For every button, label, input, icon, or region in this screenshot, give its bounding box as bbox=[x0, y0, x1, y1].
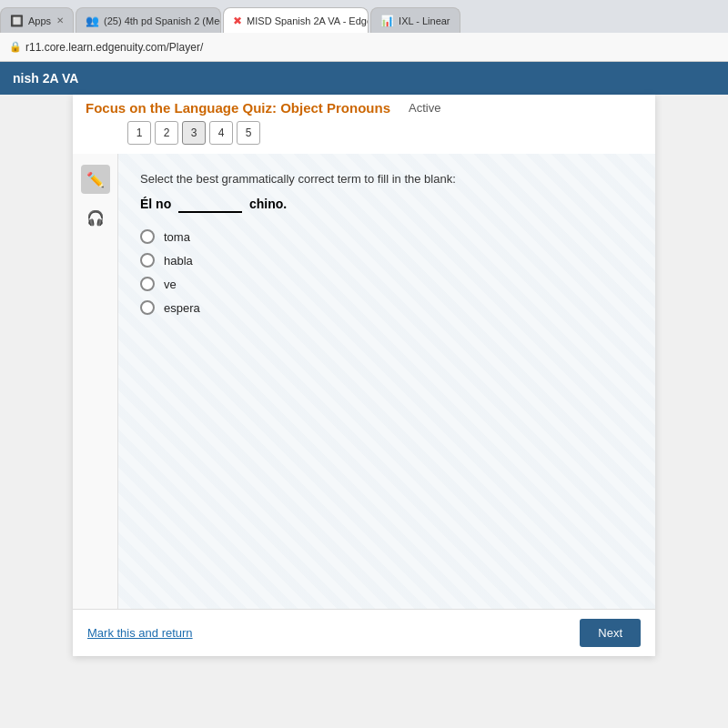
quiz-status: Active bbox=[409, 101, 440, 115]
question-num-4[interactable]: 4 bbox=[209, 121, 233, 145]
option-label-espera: espera bbox=[164, 301, 200, 315]
lock-icon: 🔒 bbox=[9, 41, 22, 53]
sentence-end: chino. bbox=[249, 197, 287, 211]
quiz-content: Select the best grammatically correct te… bbox=[118, 154, 655, 609]
tab-edgenuity-label: MISD Spanish 2A VA - Edgenuit bbox=[247, 15, 369, 26]
tab-apps[interactable]: 🔲 Apps ✕ bbox=[0, 7, 74, 33]
option-label-habla: habla bbox=[164, 254, 193, 268]
radio-toma[interactable] bbox=[140, 229, 155, 244]
tab-ixl[interactable]: 📊 IXL - Linear bbox=[370, 7, 460, 33]
title-status-row: Focus on the Language Quiz: Object Prono… bbox=[86, 100, 642, 116]
option-item-espera[interactable]: espera bbox=[140, 300, 633, 315]
tab-edgenuity[interactable]: ✖ MISD Spanish 2A VA - Edgenuit ✕ bbox=[223, 7, 369, 33]
question-numbers-row: 1 2 3 4 5 bbox=[73, 116, 655, 154]
app-title: nish 2A VA bbox=[13, 71, 78, 86]
options-list: toma habla ve espera bbox=[140, 229, 633, 315]
address-bar: 🔒 r11.core.learn.edgenuity.com/Player/ bbox=[0, 33, 728, 62]
quiz-title: Focus on the Language Quiz: Object Prono… bbox=[86, 100, 390, 116]
radio-espera[interactable] bbox=[140, 300, 155, 315]
radio-habla[interactable] bbox=[140, 253, 155, 268]
app-header: nish 2A VA bbox=[0, 62, 728, 95]
question-num-2[interactable]: 2 bbox=[155, 121, 178, 145]
quiz-footer: Mark this and return Next bbox=[73, 609, 655, 656]
question-num-1[interactable]: 1 bbox=[127, 121, 151, 145]
blank-underline bbox=[178, 197, 242, 213]
radio-ve[interactable] bbox=[140, 277, 155, 291]
tab-ixl-label: IXL - Linear bbox=[399, 15, 450, 26]
question-num-3[interactable]: 3 bbox=[182, 121, 206, 145]
sentence-start: Él no bbox=[140, 197, 171, 211]
headphones-icon[interactable]: 🎧 bbox=[81, 203, 110, 232]
question-instruction: Select the best grammatically correct te… bbox=[140, 172, 633, 186]
ixl-icon: 📊 bbox=[380, 15, 394, 27]
option-item-habla[interactable]: habla bbox=[140, 253, 633, 268]
mark-return-link[interactable]: Mark this and return bbox=[87, 626, 193, 640]
quiz-container: Focus on the Language Quiz: Object Prono… bbox=[73, 95, 655, 656]
option-label-toma: toma bbox=[164, 230, 190, 244]
pencil-icon[interactable]: ✏️ bbox=[81, 165, 110, 194]
tab-teams[interactable]: 👥 (25) 4th pd Spanish 2 (Meet ✕ bbox=[76, 7, 221, 33]
apps-icon: 🔲 bbox=[10, 15, 24, 27]
question-sentence: Él no chino. bbox=[140, 197, 633, 213]
edgenuity-icon: ✖ bbox=[233, 15, 242, 27]
question-num-5[interactable]: 5 bbox=[237, 121, 260, 145]
tab-apps-close[interactable]: ✕ bbox=[56, 15, 64, 25]
option-label-ve: ve bbox=[164, 278, 177, 291]
quiz-body: ✏️ 🎧 Select the best grammatically corre… bbox=[73, 154, 655, 609]
tab-teams-label: (25) 4th pd Spanish 2 (Meet bbox=[104, 15, 221, 26]
quiz-header-row: Focus on the Language Quiz: Object Prono… bbox=[73, 95, 655, 116]
question-numbers: 1 2 3 4 5 bbox=[127, 121, 260, 145]
quiz-sidebar: ✏️ 🎧 bbox=[73, 154, 118, 609]
teams-icon: 👥 bbox=[86, 15, 99, 27]
address-text: r11.core.learn.edgenuity.com/Player/ bbox=[25, 41, 203, 54]
option-item-toma[interactable]: toma bbox=[140, 229, 633, 244]
option-item-ve[interactable]: ve bbox=[140, 277, 633, 291]
tab-apps-label: Apps bbox=[28, 15, 51, 26]
next-button[interactable]: Next bbox=[580, 619, 641, 647]
